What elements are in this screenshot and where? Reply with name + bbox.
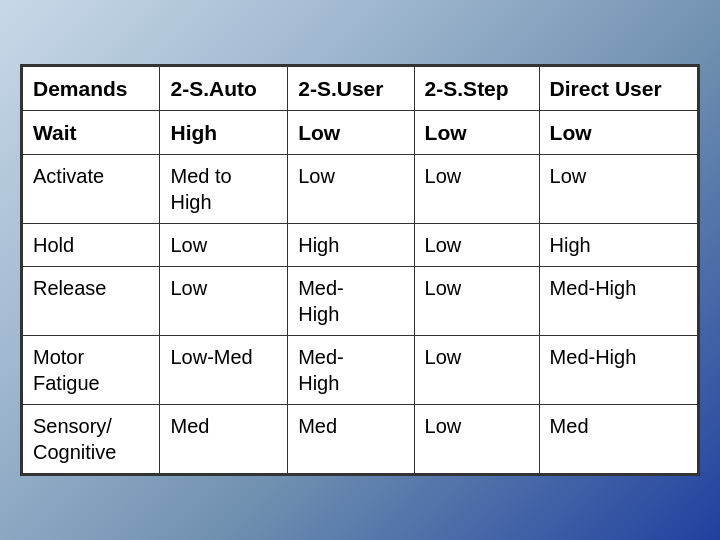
cell-r0-c2: Low xyxy=(288,111,414,155)
table-row: MotorFatigueLow-MedMed-HighLowMed-High xyxy=(23,336,698,405)
col-header-2s-auto: 2-S.Auto xyxy=(160,66,288,110)
table-row: Sensory/CognitiveMedMedLowMed xyxy=(23,405,698,474)
table-row: HoldLowHighLowHigh xyxy=(23,224,698,267)
table-row: ReleaseLowMed-HighLowMed-High xyxy=(23,267,698,336)
cell-r5-c2: Med xyxy=(288,405,414,474)
cell-r4-c1: Low-Med xyxy=(160,336,288,405)
cell-r0-c4: Low xyxy=(539,111,697,155)
cell-r3-c4: Med-High xyxy=(539,267,697,336)
cell-r1-c0: Activate xyxy=(23,155,160,224)
cell-r5-c3: Low xyxy=(414,405,539,474)
cell-r5-c4: Med xyxy=(539,405,697,474)
main-table-container: Demands 2-S.Auto 2-S.User 2-S.Step Direc… xyxy=(20,64,700,477)
col-header-demands: Demands xyxy=(23,66,160,110)
cell-r1-c1: Med toHigh xyxy=(160,155,288,224)
table-row: WaitHighLowLowLow xyxy=(23,111,698,155)
cell-r2-c2: High xyxy=(288,224,414,267)
cell-r3-c2: Med-High xyxy=(288,267,414,336)
cell-r1-c3: Low xyxy=(414,155,539,224)
cell-r2-c4: High xyxy=(539,224,697,267)
cell-r2-c1: Low xyxy=(160,224,288,267)
cell-r5-c0: Sensory/Cognitive xyxy=(23,405,160,474)
cell-r0-c3: Low xyxy=(414,111,539,155)
cell-r2-c3: Low xyxy=(414,224,539,267)
cell-r3-c1: Low xyxy=(160,267,288,336)
cell-r2-c0: Hold xyxy=(23,224,160,267)
cell-r1-c4: Low xyxy=(539,155,697,224)
cell-r4-c0: MotorFatigue xyxy=(23,336,160,405)
cell-r4-c2: Med-High xyxy=(288,336,414,405)
table-row: ActivateMed toHighLowLowLow xyxy=(23,155,698,224)
cell-r3-c0: Release xyxy=(23,267,160,336)
col-header-direct-user: Direct User xyxy=(539,66,697,110)
cell-r1-c2: Low xyxy=(288,155,414,224)
cell-r5-c1: Med xyxy=(160,405,288,474)
header-row: Demands 2-S.Auto 2-S.User 2-S.Step Direc… xyxy=(23,66,698,110)
col-header-2s-user: 2-S.User xyxy=(288,66,414,110)
comparison-table: Demands 2-S.Auto 2-S.User 2-S.Step Direc… xyxy=(22,66,698,475)
cell-r0-c0: Wait xyxy=(23,111,160,155)
cell-r3-c3: Low xyxy=(414,267,539,336)
col-header-2s-step: 2-S.Step xyxy=(414,66,539,110)
cell-r4-c3: Low xyxy=(414,336,539,405)
cell-r0-c1: High xyxy=(160,111,288,155)
cell-r4-c4: Med-High xyxy=(539,336,697,405)
